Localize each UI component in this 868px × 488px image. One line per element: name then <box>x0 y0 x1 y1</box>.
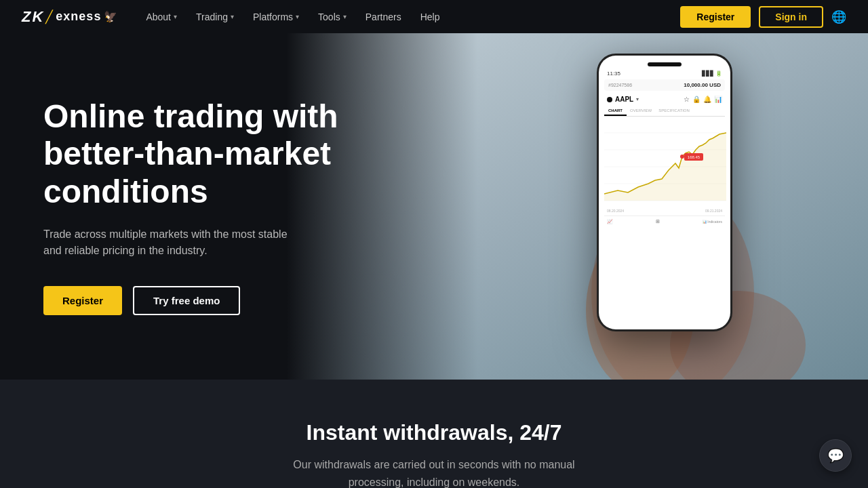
nav-trading-chevron: ▾ <box>231 13 234 20</box>
phone-bottom-actions: 📈 ⊞ 📊 Indicators <box>604 216 725 226</box>
phone-screen: 11:35 ▊▊▊ 🔋 #92247586 10,000.00 USD AAPL… <box>599 56 730 329</box>
logo[interactable]: ZK ╱ exness 🦅 <box>22 8 117 26</box>
phone-chart-svg: 168.45 <box>604 119 726 207</box>
phone-signal-icons: ▊▊▊ 🔋 <box>702 70 722 77</box>
hero-register-button[interactable]: Register <box>43 286 122 315</box>
hero-phone-mockup: 11:35 ▊▊▊ 🔋 #92247586 10,000.00 USD AAPL… <box>597 54 732 345</box>
stock-indicator-dot <box>607 97 612 102</box>
hero-content: Online trading with better-than-market c… <box>0 33 353 380</box>
nav-about-chevron: ▾ <box>174 13 177 20</box>
phone-stock-arrow: ▾ <box>636 96 639 102</box>
phone-chart-tabs: CHART OVERVIEW SPECIFICATION <box>604 106 725 117</box>
phone-chart-x-labels: 08.20.2024 09.21.2024 <box>604 209 725 213</box>
phone-tab-chart: CHART <box>604 106 627 116</box>
x-label-1: 08.20.2024 <box>607 209 624 213</box>
phone-tab-overview: OVERVIEW <box>627 106 655 116</box>
nav-platforms-chevron: ▾ <box>296 13 299 20</box>
hero-title: Online trading with better-than-market c… <box>43 98 353 210</box>
phone-balance: 10,000.00 USD <box>684 82 721 88</box>
section-title: Instant withdrawals, 24/7 <box>22 420 846 445</box>
navbar: ZK ╱ exness 🦅 About ▾ Trading ▾ Platform… <box>0 0 868 33</box>
nav-help-label: Help <box>420 12 440 22</box>
nav-links: About ▾ Trading ▾ Platforms ▾ Tools ▾ Pa… <box>139 7 446 26</box>
phone-action-bell: 🔔 <box>703 96 711 103</box>
logo-wordmark: ZK ╱ exness <box>22 8 101 26</box>
phone-action-lock: 🔒 <box>692 96 701 103</box>
phone-time: 11:35 <box>607 70 620 77</box>
nav-tools-chevron: ▾ <box>343 13 347 20</box>
navbar-signin-button[interactable]: Sign in <box>759 6 823 28</box>
phone-frame: 11:35 ▊▊▊ 🔋 #92247586 10,000.00 USD AAPL… <box>597 54 732 331</box>
hero-demo-button[interactable]: Try free demo <box>133 286 240 315</box>
svg-point-10 <box>680 155 684 159</box>
logo-k-letter: K <box>32 8 43 26</box>
nav-item-help[interactable]: Help <box>414 7 447 26</box>
hero-buttons: Register Try free demo <box>43 286 353 315</box>
hero-subtitle: Trade across multiple markets with the m… <box>43 226 301 259</box>
svg-text:168.45: 168.45 <box>688 155 701 159</box>
section-subtitle: Our withdrawals are carried out in secon… <box>264 456 604 488</box>
bottom-section: Instant withdrawals, 24/7 Our withdrawal… <box>0 380 868 488</box>
logo-slash: ╱ <box>45 9 53 24</box>
phone-indicators: 📊 Indicators <box>703 220 722 224</box>
nav-trading-label: Trading <box>196 12 228 22</box>
navbar-right: Register Sign in 🌐 <box>680 6 846 28</box>
phone-compare-icon: ⊞ <box>656 219 660 224</box>
hero-section: Online trading with better-than-market c… <box>0 33 868 380</box>
logo-brand-name: exness <box>56 9 101 24</box>
phone-candle-icon: 📈 <box>607 219 613 224</box>
phone-status-bar: 11:35 ▊▊▊ 🔋 <box>604 69 725 78</box>
language-selector-icon[interactable]: 🌐 <box>831 9 846 24</box>
x-label-2: 09.21.2024 <box>705 209 722 213</box>
nav-about-label: About <box>146 12 171 22</box>
nav-item-platforms[interactable]: Platforms ▾ <box>246 7 306 26</box>
chat-bubble-icon: 💬 <box>827 447 844 464</box>
phone-stock-row: AAPL ▾ ☆ 🔒 🔔 📊 <box>604 92 725 106</box>
nav-item-trading[interactable]: Trading ▾ <box>189 7 241 26</box>
phone-action-star: ☆ <box>684 96 690 103</box>
phone-tab-spec: SPECIFICATION <box>655 106 693 116</box>
nav-tools-label: Tools <box>318 12 340 22</box>
logo-z-letter: Z <box>22 8 31 26</box>
phone-stock-name: AAPL <box>615 96 633 103</box>
phone-action-chart: 📊 <box>714 96 722 103</box>
phone-account-bar: #92247586 10,000.00 USD <box>604 79 725 91</box>
nav-platforms-label: Platforms <box>253 12 293 22</box>
navbar-left: ZK ╱ exness 🦅 About ▾ Trading ▾ Platform… <box>22 7 446 26</box>
navbar-register-button[interactable]: Register <box>680 6 751 28</box>
chat-bubble-button[interactable]: 💬 <box>819 439 852 472</box>
phone-account-number: #92247586 <box>608 83 632 87</box>
nav-item-partners[interactable]: Partners <box>359 7 408 26</box>
nav-partners-label: Partners <box>366 12 401 22</box>
nav-item-about[interactable]: About ▾ <box>139 7 184 26</box>
nav-item-tools[interactable]: Tools ▾ <box>311 7 353 26</box>
phone-notch <box>648 62 682 66</box>
logo-bird-icon: 🦅 <box>104 10 117 23</box>
